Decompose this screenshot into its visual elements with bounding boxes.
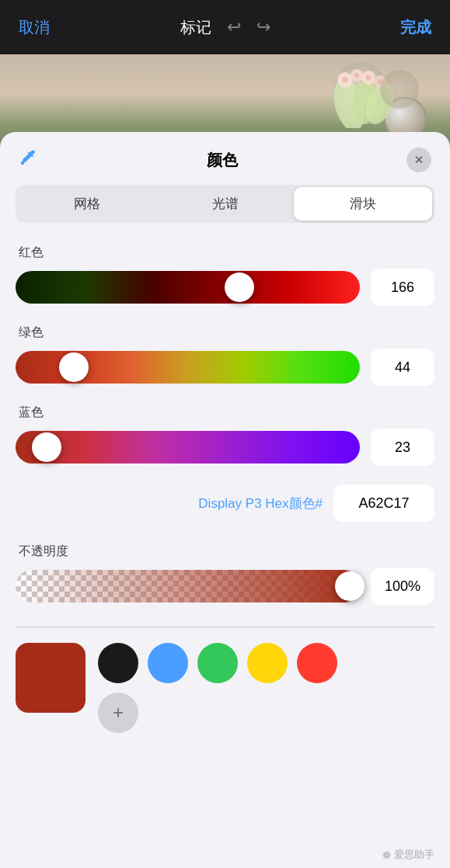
close-icon: ✕	[414, 154, 424, 166]
green-value[interactable]: 44	[371, 349, 434, 386]
opacity-slider-track[interactable]	[16, 570, 360, 602]
tab-slider[interactable]: 滑块	[294, 187, 432, 220]
watermark-icon: ❁	[382, 849, 391, 861]
blue-thumb[interactable]	[32, 432, 61, 462]
blue-track	[16, 431, 360, 464]
cancel-button[interactable]: 取消	[19, 17, 50, 38]
color-dot-blue[interactable]	[148, 643, 188, 683]
undo-button[interactable]: ↩	[227, 17, 241, 37]
red-slider-row: 166	[16, 269, 434, 306]
hex-value[interactable]: A62C17	[333, 484, 434, 522]
panel-header: 颜色 ✕	[16, 132, 434, 185]
hex-row: Display P3 Hex颜色# A62C17	[16, 484, 434, 522]
svg-point-7	[342, 77, 348, 83]
green-slider-row: 44	[16, 349, 434, 386]
svg-point-9	[366, 75, 372, 81]
done-button[interactable]: 完成	[400, 17, 431, 38]
opacity-label: 不透明度	[16, 543, 434, 560]
tab-spectrum[interactable]: 光谱	[156, 187, 295, 220]
panel-title: 颜色	[37, 150, 406, 171]
tab-grid[interactable]: 网格	[18, 187, 156, 220]
green-thumb[interactable]	[59, 352, 89, 382]
svg-point-11	[21, 161, 24, 165]
red-thumb[interactable]	[225, 273, 254, 302]
watermark-text: 爱思助手	[394, 848, 434, 862]
hex-label: Display P3 Hex颜色#	[198, 495, 323, 512]
flowers-decoration	[318, 58, 411, 128]
current-color-swatch[interactable]	[16, 643, 85, 713]
color-panel: 颜色 ✕ 网格 光谱 滑块 红色 166 绿色 44 蓝色	[0, 132, 450, 868]
tab-selector: 网格 光谱 滑块	[16, 185, 434, 223]
red-value[interactable]: 166	[371, 269, 434, 306]
divider	[16, 627, 434, 627]
color-dot-yellow[interactable]	[247, 643, 288, 683]
svg-point-8	[354, 73, 359, 78]
color-bottom: +	[16, 643, 434, 733]
eyedropper-button[interactable]	[19, 148, 37, 172]
red-label: 红色	[16, 245, 434, 261]
red-track	[16, 271, 360, 304]
color-dots-grid	[98, 643, 337, 683]
top-bar-center: 标记 ↩ ↪	[180, 17, 270, 38]
opacity-slider-row: 100%	[16, 568, 434, 605]
top-bar-title: 标记	[180, 17, 211, 38]
opacity-overlay	[16, 570, 360, 602]
svg-point-10	[378, 79, 382, 84]
color-dot-green[interactable]	[197, 643, 238, 683]
blue-slider-track[interactable]	[16, 431, 360, 464]
green-slider-track[interactable]	[16, 351, 360, 384]
top-bar: 取消 标记 ↩ ↪ 完成	[0, 0, 450, 54]
opacity-value[interactable]: 100%	[371, 568, 434, 605]
blue-label: 蓝色	[16, 404, 434, 421]
green-track	[16, 351, 360, 384]
color-dot-red[interactable]	[297, 643, 337, 683]
red-slider-track[interactable]	[16, 271, 360, 304]
opacity-thumb[interactable]	[335, 571, 365, 601]
watermark: ❁ 爱思助手	[382, 848, 434, 862]
green-label: 绿色	[16, 325, 434, 341]
blue-value[interactable]: 23	[371, 429, 434, 466]
redo-button[interactable]: ↪	[256, 17, 270, 37]
color-dot-black[interactable]	[98, 643, 138, 683]
blue-slider-row: 23	[16, 429, 434, 466]
add-color-button[interactable]: +	[98, 693, 138, 733]
close-button[interactable]: ✕	[406, 148, 431, 172]
